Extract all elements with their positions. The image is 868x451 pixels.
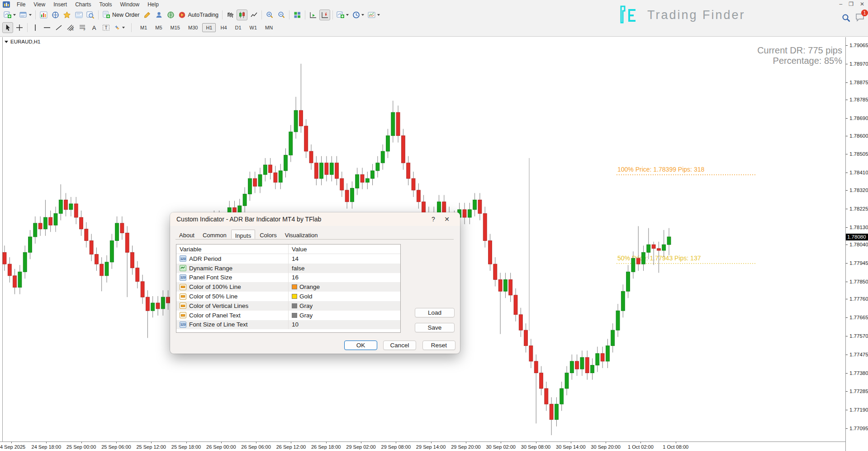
menu-file[interactable]: File [13,0,29,9]
variable-value[interactable]: 14 [292,255,299,262]
fibonacci-tool-button[interactable]: F [77,22,88,33]
experts-button[interactable] [153,10,164,20]
time-tick-label: 29 Sep 08:00 [381,444,411,450]
tab-visualization[interactable]: Visualization [281,230,322,240]
indicators-button[interactable] [335,10,350,20]
timeframe-m5[interactable]: M5 [152,23,166,32]
cursor-tool-button[interactable] [2,22,13,33]
timeframe-h1[interactable]: H1 [202,23,216,32]
line-chart-type-button[interactable] [248,10,259,20]
bar-chart-type-button[interactable] [225,10,236,20]
menu-help[interactable]: Help [143,0,163,9]
table-row[interactable]: Color of Panel TextGray [176,311,400,320]
data-window-button[interactable] [50,10,61,20]
close-button[interactable]: ✕ [860,1,864,7]
new-chart-button[interactable] [2,10,17,20]
search-icon[interactable] [842,14,851,23]
trendline-tool-button[interactable] [53,22,64,33]
timeframe-d1[interactable]: D1 [232,23,245,32]
profiles-button[interactable] [18,10,33,20]
zoom-out-button[interactable] [276,10,287,20]
table-row[interactable]: Color of Vertical LinesGray [176,301,400,311]
price-axis[interactable]: 1.790651.789701.788751.787851.786901.786… [846,37,868,451]
timeframe-w1[interactable]: W1 [246,23,261,32]
tab-about[interactable]: About [175,230,198,240]
time-tick-mark [11,442,12,443]
symbol-label[interactable]: EURAUD,H1 [5,39,40,44]
parameters-table[interactable]: Variable Value 123ADR Period14Dynamic Ra… [176,244,401,333]
time-tick-label: 1 Oct 08:00 [663,444,688,450]
terminal-button[interactable] [73,10,84,20]
ok-button[interactable]: OK [344,341,377,350]
tab-inputs[interactable]: Inputs [231,230,255,239]
table-row[interactable]: 123Panel Font Size16 [176,273,400,283]
menu-charts[interactable]: Charts [71,0,95,9]
crosshair-tool-button[interactable] [14,22,25,33]
templates-button[interactable] [366,10,381,20]
cancel-button[interactable]: Cancel [383,341,416,350]
variable-value[interactable]: 10 [292,321,299,328]
new-order-button[interactable]: New Order [101,10,141,20]
table-row[interactable]: Dynamic Rangefalse [176,264,400,273]
variable-value[interactable]: Gray [299,302,313,309]
navigator-button[interactable] [62,10,72,20]
price-tick-label: 1.77665 [849,315,868,320]
variable-value[interactable]: false [292,265,305,272]
text-label-tool-button[interactable]: T [100,22,111,33]
table-row[interactable]: Color of 50% LineGold [176,292,400,301]
timeframe-m15[interactable]: M15 [167,23,184,32]
metaeditor-button[interactable] [142,10,152,20]
menu-window[interactable]: Window [116,0,144,9]
tile-windows-button[interactable] [292,10,303,20]
time-axis[interactable]: 24 Sep 202524 Sep 18:0025 Sep 00:0025 Se… [0,441,846,451]
table-row[interactable]: 123ADR Period14 [176,254,400,264]
periods-button[interactable] [351,10,365,20]
menu-view[interactable]: View [29,0,49,9]
time-tick-label: 29 Sep 20:00 [451,444,480,450]
timeframe-m1[interactable]: M1 [137,23,151,32]
load-button[interactable]: Load [415,308,455,317]
table-row[interactable]: Color of 100% LineOrange [176,282,400,292]
text-tool-button[interactable]: A [89,22,100,33]
market-watch-button[interactable] [38,10,49,20]
candlestick-chart-type-button[interactable] [237,10,247,20]
save-button[interactable]: Save [415,323,455,332]
chart-shift-button[interactable] [319,10,330,20]
timeframe-mn[interactable]: MN [261,23,276,32]
dialog-title-bar[interactable]: Custom Indicator - ADR Bar Indicator MT4… [170,212,460,226]
price-tick-mark [846,136,848,136]
menu-insert[interactable]: Insert [49,0,71,9]
autotrading-button[interactable]: AutoTrading [177,10,220,20]
variable-name: Panel Font Size [189,274,232,281]
community-button[interactable] [165,10,176,20]
percentage-text: Percentage: 85% [757,56,842,66]
tab-common[interactable]: Common [199,230,230,240]
dialog-help-button[interactable]: ? [427,216,440,223]
table-row[interactable]: 123Font Size of Line Text10 [176,320,400,330]
horizontal-line-tool-button[interactable] [42,22,52,33]
variable-value[interactable]: 16 [292,274,299,281]
variable-value[interactable]: Orange [299,283,320,290]
auto-scroll-button[interactable] [308,10,318,20]
menu-tools[interactable]: Tools [95,0,116,9]
zoom-in-button[interactable] [264,10,275,20]
dialog-close-button[interactable]: ✕ [440,216,454,223]
time-tick-label: 30 Sep 14:00 [556,444,585,450]
variable-name: ADR Period [189,255,221,262]
minimize-button[interactable]: – [839,1,842,7]
time-tick-label: 29 Sep 02:00 [346,444,375,450]
reset-button[interactable]: Reset [422,341,455,350]
arrows-tool-button[interactable] [112,22,126,33]
variable-value[interactable]: Gray [299,312,313,319]
equidistant-channel-icon: E [67,24,75,31]
tab-colors[interactable]: Colors [256,230,280,240]
timeframe-m30[interactable]: M30 [185,23,201,32]
strategy-tester-button[interactable] [85,10,96,20]
chat-button[interactable]: 1 [855,13,865,24]
timeframe-h4[interactable]: H4 [217,23,230,32]
equidistant-channel-tool-button[interactable]: E [65,22,76,33]
variable-value[interactable]: Gold [299,293,313,300]
restore-button[interactable]: ❐ [849,1,854,7]
vertical-line-tool-button[interactable] [30,22,41,33]
tile-windows-icon [294,11,301,19]
